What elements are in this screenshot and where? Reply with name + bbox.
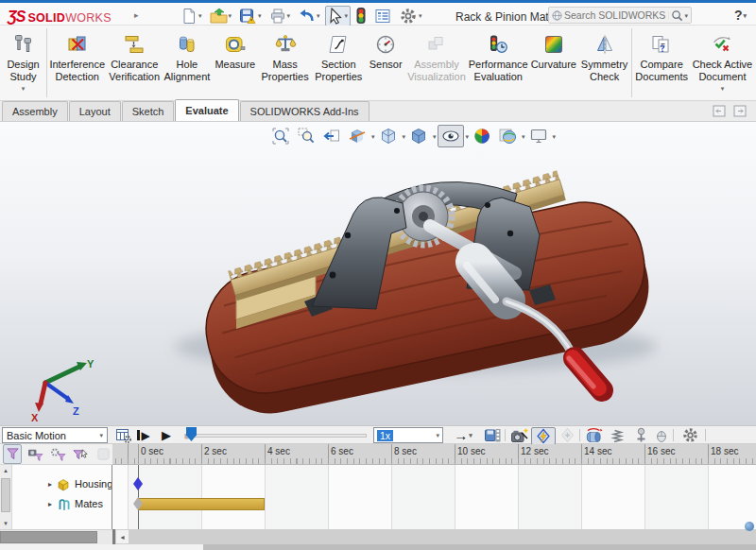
collapse-ribbon-icon[interactable] xyxy=(733,105,747,117)
animation-wizard-button[interactable] xyxy=(508,427,530,443)
filter-animated-button[interactable] xyxy=(26,444,44,464)
tab-assembly[interactable]: Assembly xyxy=(2,101,68,121)
playback-mode-button[interactable]: → ▾ xyxy=(452,427,474,443)
interference-detection-button[interactable]: Interference Detection xyxy=(48,26,106,100)
clearance-verification-button[interactable]: Clearance Verification xyxy=(106,26,163,100)
file-properties-button[interactable] xyxy=(371,6,394,26)
sensor-button[interactable]: Sensor xyxy=(366,26,405,100)
tree-item-housing[interactable]: ▸ Housing xyxy=(12,475,112,492)
tab-layout[interactable]: Layout xyxy=(69,101,121,121)
calculate-button[interactable] xyxy=(113,427,132,443)
sensor-icon xyxy=(374,32,397,57)
expand-arrow-icon[interactable]: ▸ xyxy=(44,480,56,489)
dropdown-icon[interactable]: ▾ xyxy=(419,12,422,19)
filter-driving-button[interactable] xyxy=(48,444,67,464)
rebuild-button[interactable] xyxy=(352,6,369,26)
triad-y-label: Y xyxy=(87,358,94,370)
play-from-start-button[interactable]: ▶ xyxy=(134,427,153,443)
search-icon[interactable] xyxy=(671,9,683,22)
scroll-up-icon[interactable]: ▴ xyxy=(0,467,11,474)
undock-ribbon-icon[interactable] xyxy=(713,105,726,117)
ribbon-separator xyxy=(46,28,47,97)
tab-solidworks-add-ins[interactable]: SOLIDWORKS Add-Ins xyxy=(240,101,369,121)
timeline-horizontal-scrollbar[interactable] xyxy=(129,529,756,544)
tab-sketch[interactable]: Sketch xyxy=(122,101,175,121)
autokey-button[interactable] xyxy=(531,427,556,445)
new-document-button[interactable]: ▾ xyxy=(178,6,205,26)
tab-evaluate[interactable]: Evaluate xyxy=(175,99,238,121)
timeline-ruler[interactable]: 0 sec 2 sec 4 sec 6 sec 8 sec 10 sec 12 … xyxy=(112,444,756,465)
motion-study-properties-button[interactable] xyxy=(679,427,701,443)
section-properties-button[interactable]: Section Properties xyxy=(311,26,366,100)
curvature-button[interactable]: Curvature xyxy=(529,26,578,100)
motion-filter-bar xyxy=(0,444,112,465)
timeline-tracks[interactable] xyxy=(112,465,756,529)
graphics-viewport[interactable]: ▾ ▾ ▾ ▾ ▾ ▾ xyxy=(0,122,756,425)
dropdown-icon[interactable]: ▾ xyxy=(287,12,291,19)
check-active-document-button[interactable]: Check Active Document ▾ xyxy=(690,26,755,100)
dropdown-icon[interactable]: ▾ xyxy=(469,432,472,438)
check-active-document-icon xyxy=(711,32,733,57)
compare-documents-button[interactable]: Compare Documents xyxy=(633,26,690,100)
symmetry-check-button[interactable]: Symmetry Check xyxy=(578,26,631,100)
dropdown-icon[interactable]: ▾ xyxy=(229,12,232,19)
search-input[interactable] xyxy=(562,9,671,22)
help-button[interactable]: ? ▾ xyxy=(734,8,747,23)
scrollbar-thumb[interactable] xyxy=(1,478,10,512)
measure-icon xyxy=(224,32,247,57)
motor-button[interactable] xyxy=(583,427,604,443)
damper-button[interactable] xyxy=(631,427,650,443)
flyout-arrow-icon[interactable]: ▾ xyxy=(22,83,26,95)
help-search-box[interactable]: ▾ xyxy=(548,7,692,24)
dropdown-icon[interactable]: ▾ xyxy=(345,12,349,19)
scrollbar-thumb[interactable] xyxy=(0,544,203,550)
performance-evaluation-button[interactable]: Performance Evaluation xyxy=(468,26,529,100)
hole-alignment-button[interactable]: Hole Alignment xyxy=(163,26,212,100)
open-document-button[interactable]: ▾ xyxy=(207,6,235,26)
timeline-playhead[interactable] xyxy=(138,465,139,529)
add-key-button[interactable] xyxy=(558,427,576,443)
measure-button[interactable]: Measure xyxy=(212,26,259,100)
filter-results-button[interactable] xyxy=(94,444,112,464)
tree-item-mates[interactable]: ▸ Mates xyxy=(12,495,103,512)
scrollbar-thumb[interactable] xyxy=(0,531,97,543)
mass-properties-button[interactable]: Mass Properties xyxy=(259,26,312,100)
options-gear-button[interactable]: ▾ xyxy=(396,6,425,26)
toolbar-separator xyxy=(705,429,706,441)
print-button[interactable]: ▾ xyxy=(266,6,294,26)
assembly-visualization-button[interactable]: Assembly Visualization xyxy=(405,26,467,100)
select-tool-button[interactable]: ▾ xyxy=(325,6,352,26)
study-type-dropdown[interactable]: Basic Motion ▾ xyxy=(2,427,108,443)
evaluate-ribbon: Design Study ▾ Interference Detection Cl… xyxy=(0,26,756,101)
dropdown-icon[interactable]: ▾ xyxy=(198,12,202,19)
dropdown-icon[interactable]: ▾ xyxy=(743,12,747,19)
scroll-left-button[interactable]: ◂ xyxy=(115,529,129,544)
tree-horizontal-scrollbar[interactable] xyxy=(0,529,112,544)
tree-vertical-scrollbar[interactable]: ▴ ▾ xyxy=(0,465,12,529)
performance-evaluation-icon xyxy=(487,32,509,57)
design-study-button[interactable]: Design Study ▾ xyxy=(1,26,45,100)
filter-all-button[interactable] xyxy=(3,444,22,464)
play-button[interactable]: ▶ xyxy=(158,427,175,443)
save-button[interactable]: ▾ xyxy=(236,6,265,26)
timebar-options-icon[interactable] xyxy=(745,522,754,531)
filter-selected-button[interactable] xyxy=(71,444,90,464)
scroll-down-icon[interactable]: ▾ xyxy=(0,520,11,527)
contact-button[interactable] xyxy=(653,427,670,443)
spring-button[interactable] xyxy=(607,427,627,443)
ruler-tick-label: 0 sec xyxy=(141,446,163,456)
undo-button[interactable]: ▾ xyxy=(295,6,323,26)
dropdown-icon[interactable]: ▾ xyxy=(258,12,262,19)
timebar-slider-track[interactable] xyxy=(189,434,367,438)
flyout-arrow-icon[interactable]: ▾ xyxy=(721,83,725,95)
dropdown-icon[interactable]: ▾ xyxy=(684,12,688,19)
menu-flyout-icon[interactable]: ▸ xyxy=(134,10,139,20)
housing-keyframe[interactable] xyxy=(133,477,143,490)
mates-motion-bar[interactable] xyxy=(138,498,265,510)
rack-and-pinion-model[interactable] xyxy=(0,122,756,425)
expand-arrow-icon[interactable]: ▸ xyxy=(44,500,56,508)
dropdown-icon[interactable]: ▾ xyxy=(317,12,320,19)
window-bottom-scrollbar[interactable] xyxy=(0,544,756,550)
save-animation-button[interactable] xyxy=(482,427,503,443)
playback-speed-dropdown[interactable]: 1x ▾ xyxy=(373,427,443,443)
